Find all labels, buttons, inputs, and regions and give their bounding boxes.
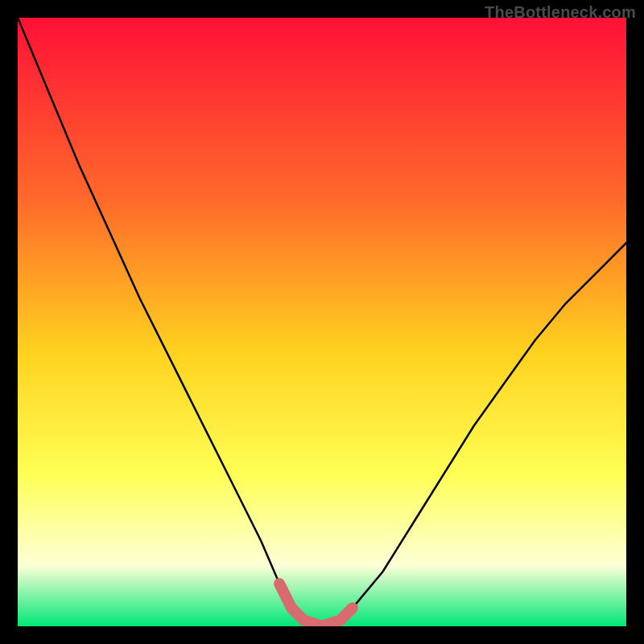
gradient-background (18, 18, 626, 626)
watermark-text: TheBottleneck.com (485, 3, 636, 22)
plot-area (18, 18, 626, 626)
chart-stage: TheBottleneck.com (0, 0, 644, 644)
chart-svg (18, 18, 626, 626)
